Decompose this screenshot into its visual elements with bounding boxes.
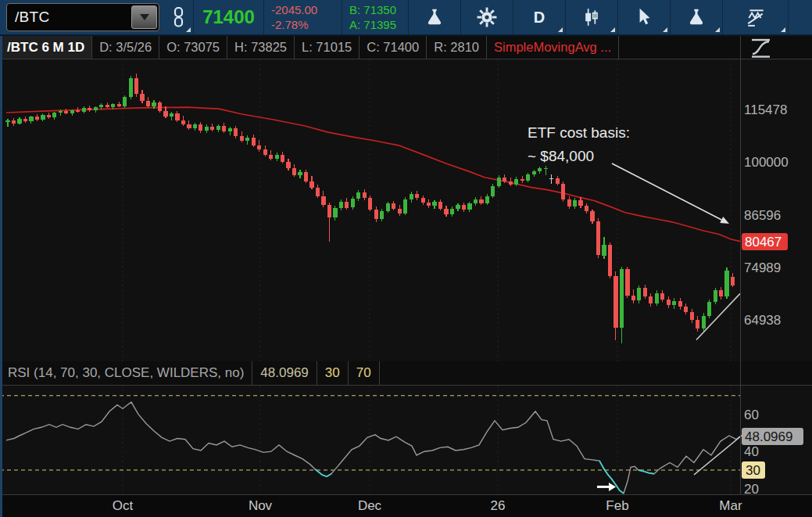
- candle-body: [667, 300, 671, 306]
- candle-body: [94, 107, 98, 110]
- rsi-oversold-segment: [639, 470, 654, 474]
- rsi-line: [6, 402, 740, 494]
- candle-body: [351, 199, 355, 208]
- candle-body: [386, 203, 390, 211]
- studies-flask-button[interactable]: [671, 0, 723, 34]
- rsi-chart-canvas[interactable]: 60402048.096930: [0, 386, 812, 494]
- candle-body: [613, 276, 617, 328]
- time-axis-label: Feb: [606, 498, 628, 514]
- candle-body: [596, 221, 600, 256]
- header-axis-gutter: [740, 36, 812, 59]
- candle-body: [210, 127, 214, 130]
- candle-body: [374, 210, 378, 219]
- candle-body: [643, 288, 647, 296]
- time-axis-label: Dec: [358, 498, 381, 514]
- rsi-trendline: [694, 435, 742, 475]
- rsi-oversold-param: 30: [317, 361, 349, 385]
- drawings-icon: [745, 7, 767, 27]
- candle-body: [275, 155, 279, 159]
- time-axis[interactable]: OctNovDec26FebMar: [0, 494, 812, 517]
- price-chart-canvas[interactable]: ETF cost basis:~ $84,0001154781000008659…: [0, 59, 812, 361]
- candle-body: [649, 296, 653, 304]
- candle-body: [281, 155, 284, 162]
- header-filler: [619, 36, 740, 59]
- candle-body: [321, 196, 325, 205]
- last-price: 71400: [194, 0, 264, 34]
- candle-body: [269, 155, 273, 160]
- change-percent: -2.78%: [271, 17, 309, 32]
- chart-symbol-info[interactable]: /BTC 6 M 1D: [0, 36, 92, 59]
- rsi-header-row[interactable]: RSI (14, 70, 30, CLOSE, WILDERS, no) 48.…: [0, 361, 812, 386]
- candle-body: [544, 168, 548, 169]
- chart-panel: /BTC 6 M 1D D: 3/5/26 O: 73075 H: 73825 …: [0, 36, 812, 517]
- chart-close: C: 71400: [359, 36, 427, 59]
- dropdown-corner-icon: [663, 27, 667, 32]
- studies-curve-icon[interactable]: [750, 38, 771, 59]
- symbol-dropdown-button[interactable]: [131, 5, 157, 29]
- candle-body: [602, 245, 606, 255]
- drawing-tools-button[interactable]: [723, 0, 789, 34]
- candle-body: [17, 119, 21, 123]
- cursor-tool-button[interactable]: [618, 0, 671, 34]
- candle-body: [175, 113, 179, 120]
- candle-body: [432, 202, 436, 206]
- candle-body: [146, 101, 150, 106]
- candle-body: [514, 179, 518, 185]
- rsi-axis-gutter: [740, 361, 812, 385]
- candle-body: [286, 162, 290, 169]
- candle-body: [5, 120, 9, 122]
- price-axis-label: 64938: [744, 313, 781, 328]
- candle-body: [631, 296, 635, 300]
- candle-body: [193, 124, 197, 128]
- candle-body: [415, 194, 419, 199]
- candle-body: [41, 115, 45, 120]
- candle-body: [82, 108, 86, 112]
- candle-body: [304, 172, 308, 181]
- rsi-axis-label: 20: [744, 482, 759, 494]
- candle-body: [620, 269, 624, 328]
- symbol-text[interactable]: /BTC: [7, 9, 131, 26]
- rsi-header-filler: [380, 361, 740, 385]
- candle-body: [333, 208, 337, 217]
- top-toolbar: /BTC 71400 -2045.00 -2.78% B: 71350 A: 7…: [0, 0, 812, 36]
- candle-body: [23, 119, 27, 121]
- dropdown-corner-icon: [558, 27, 563, 32]
- rsi-chart-svg: 60402048.096930: [0, 386, 812, 494]
- candle-body: [608, 245, 612, 275]
- candle-body: [731, 277, 735, 285]
- chart-style-button[interactable]: [566, 0, 618, 34]
- candle-body: [99, 105, 103, 107]
- candle-body: [363, 192, 367, 198]
- candle-body: [526, 174, 530, 181]
- panel-left-edge: [0, 36, 2, 517]
- candle-body: [52, 113, 56, 117]
- candle-body: [556, 178, 560, 183]
- link-charts-button[interactable]: [163, 0, 194, 34]
- candle-body: [497, 178, 501, 186]
- candle-body: [181, 120, 185, 124]
- price-chart-svg: ETF cost basis:~ $84,0001154781000008659…: [0, 59, 812, 361]
- candle-body: [660, 293, 664, 300]
- candle-body: [339, 202, 343, 208]
- candle-body: [158, 102, 162, 111]
- candle-body: [714, 290, 717, 302]
- candle-body: [117, 104, 121, 106]
- symbol-input[interactable]: /BTC: [6, 3, 159, 31]
- rsi-oversold-badge-label: 30: [746, 463, 760, 478]
- settings-button[interactable]: [461, 0, 513, 34]
- candle-body: [228, 128, 232, 131]
- candle-body: [64, 111, 68, 113]
- candle-body: [106, 105, 109, 107]
- candle-body: [684, 307, 688, 311]
- analyze-button[interactable]: [409, 0, 461, 34]
- candle-body: [134, 78, 138, 94]
- sma-study-label[interactable]: SimpleMovingAvg ...: [487, 36, 619, 59]
- candle-body: [140, 94, 144, 101]
- time-axis-label: Oct: [113, 498, 133, 514]
- rsi-title: RSI (14, 70, 30, CLOSE, WILDERS, no): [0, 361, 252, 385]
- chart-high: H: 73825: [227, 36, 295, 59]
- candle-body: [245, 138, 249, 141]
- timeframe-button[interactable]: D: [513, 0, 566, 34]
- annotation-arrow: [612, 163, 721, 220]
- rsi-oversold-segment: [315, 469, 331, 477]
